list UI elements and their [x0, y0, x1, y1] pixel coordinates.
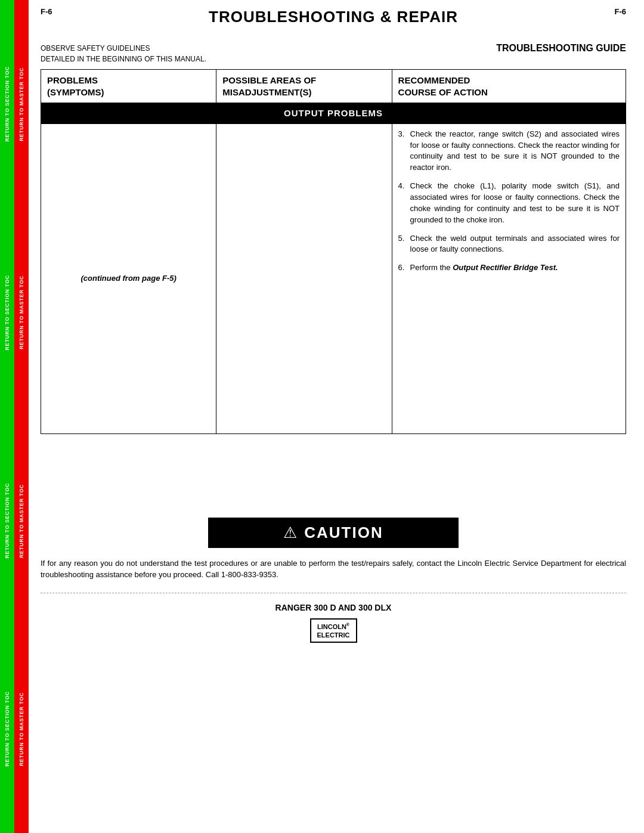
- page-number-left: F-6: [41, 7, 52, 16]
- col2-header: POSSIBLE AREAS OF MISADJUSTMENT(S): [216, 70, 392, 103]
- sidebar-section-toc-label-4: Return to Section TOC: [4, 691, 10, 767]
- sidebar-green-2[interactable]: Return to Section TOC: [0, 208, 14, 417]
- sidebar-section-toc-label-1: Return to Section TOC: [4, 66, 10, 142]
- logo-line1: LINCOLN®: [317, 622, 350, 631]
- output-problems-row: OUTPUT PROBLEMS: [41, 103, 626, 124]
- page-divider: [41, 593, 626, 593]
- sidebar-red-3[interactable]: Return to Master TOC: [14, 417, 29, 625]
- action-text-6-bold: Output Rectifier Bridge Test.: [453, 263, 558, 272]
- sidebar-red-1[interactable]: Return to Master TOC: [14, 0, 29, 208]
- sidebar-red-2[interactable]: Return to Master TOC: [14, 208, 29, 417]
- action-text-4: Check the choke (L1), polarity mode swit…: [410, 181, 620, 224]
- safety-text: OBSERVE SAFETY GUIDELINES DETAILED IN TH…: [41, 43, 206, 64]
- spacer: [41, 446, 626, 518]
- col2-content: [216, 123, 392, 433]
- sidebar-master-toc-label-2: Return to Master TOC: [18, 275, 24, 349]
- col1-content: (continued from page F-5): [41, 123, 216, 433]
- table-header-row: PROBLEMS (SYMPTOMS) POSSIBLE AREAS OF MI…: [41, 70, 626, 103]
- action-text-3: Check the reactor, range switch (S2) and…: [410, 129, 620, 172]
- safety-line2: DETAILED IN THE BEGINNING OF THIS MANUAL…: [41, 54, 206, 64]
- sidebar-master-toc-label-1: Return to Master TOC: [18, 67, 24, 141]
- sidebar-green-3[interactable]: Return to Section TOC: [0, 417, 14, 625]
- sidebar-section-toc-label-3: Return to Section TOC: [4, 483, 10, 559]
- action-num-4: 4.: [398, 181, 405, 192]
- action-item-6: 6. Perform the Output Rectifier Bridge T…: [398, 262, 620, 274]
- troubleshoot-table: PROBLEMS (SYMPTOMS) POSSIBLE AREAS OF MI…: [41, 69, 626, 434]
- sidebar-master-toc-label-3: Return to Master TOC: [18, 484, 24, 558]
- caution-label: CAUTION: [304, 524, 383, 542]
- output-problems-label: OUTPUT PROBLEMS: [41, 103, 626, 124]
- sidebar-section-toc-label-2: Return to Section TOC: [4, 275, 10, 351]
- action-text-5: Check the weld output terminals and asso…: [410, 234, 620, 254]
- col3-content: 3. Check the reactor, range switch (S2) …: [392, 123, 626, 433]
- col1-header: PROBLEMS (SYMPTOMS): [41, 70, 216, 103]
- action-num-6: 6.: [398, 262, 405, 274]
- col3-header: RECOMMENDED COURSE OF ACTION: [392, 70, 626, 103]
- action-list: 3. Check the reactor, range switch (S2) …: [398, 129, 620, 274]
- action-item-3: 3. Check the reactor, range switch (S2) …: [398, 129, 620, 174]
- logo-line2: ELECTRIC: [317, 631, 350, 639]
- guide-title: TROUBLESHOOTING GUIDE: [496, 43, 626, 64]
- content-row: (continued from page F-5) 3. Check the r…: [41, 123, 626, 433]
- safety-section: OBSERVE SAFETY GUIDELINES DETAILED IN TH…: [41, 43, 626, 64]
- main-content: F-6 F-6 TROUBLESHOOTING & REPAIR OBSERVE…: [29, 0, 644, 833]
- footer-logo: LINCOLN® ELECTRIC: [41, 618, 626, 643]
- sidebar-green-4[interactable]: Return to Section TOC: [0, 625, 14, 833]
- action-text-6-prefix: Perform the: [410, 263, 453, 272]
- sidebar-wrapper: Return to Section TOC Return to Master T…: [0, 0, 29, 833]
- action-num-3: 3.: [398, 129, 405, 140]
- caution-box: ⚠ CAUTION: [208, 518, 459, 548]
- continued-text: (continued from page F-5): [80, 274, 176, 283]
- action-item-4: 4. Check the choke (L1), polarity mode s…: [398, 181, 620, 225]
- page-header: F-6 F-6: [41, 7, 626, 17]
- sidebar-master-toc-label-4: Return to Master TOC: [18, 692, 24, 766]
- caution-body: If for any reason you do not understand …: [41, 558, 626, 581]
- sidebar-red-4[interactable]: Return to Master TOC: [14, 625, 29, 833]
- action-num-5: 5.: [398, 233, 405, 244]
- page-number-right: F-6: [615, 7, 627, 16]
- footer-model: RANGER 300 D AND 300 DLX: [41, 603, 626, 612]
- safety-line1: OBSERVE SAFETY GUIDELINES: [41, 43, 206, 54]
- caution-icon: ⚠: [283, 524, 297, 542]
- logo-box: LINCOLN® ELECTRIC: [310, 618, 357, 643]
- action-item-5: 5. Check the weld output terminals and a…: [398, 233, 620, 256]
- sidebar-green-1[interactable]: Return to Section TOC: [0, 0, 14, 208]
